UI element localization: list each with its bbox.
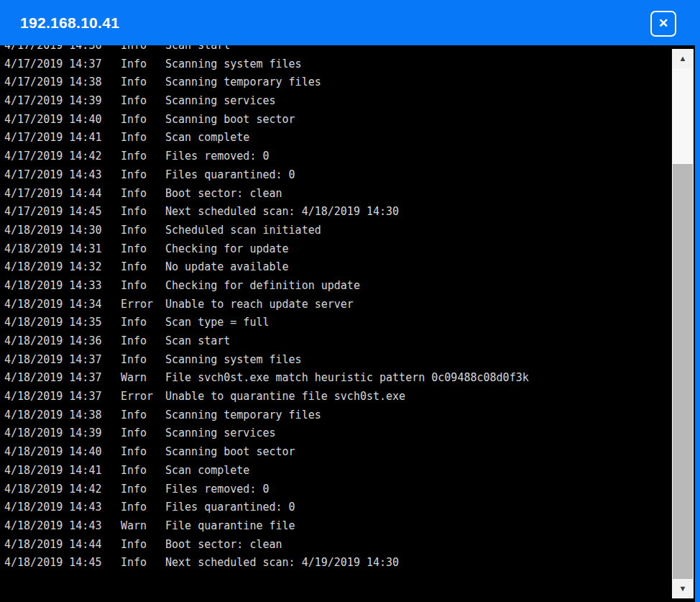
log-date: 4/18/2019 14:43: [4, 498, 121, 517]
log-date: 4/18/2019 14:44: [4, 536, 121, 555]
log-row: 4/18/2019 14:34 Error Unable to reach up…: [4, 296, 695, 314]
log-row: 4/18/2019 14:32 Info No update available: [4, 258, 695, 277]
log-date: 4/18/2019 14:42: [4, 480, 121, 499]
log-message: Scanning system files: [165, 55, 695, 74]
close-icon: ✕: [658, 17, 668, 29]
log-date: 4/18/2019 14:37: [4, 388, 121, 406]
log-row: 4/18/2019 14:39 Info Scanning services: [4, 424, 695, 443]
log-message: Scan complete: [165, 462, 695, 480]
log-level: Error: [121, 296, 165, 314]
log-row: 4/18/2019 14:35 Info Scan type = full: [4, 314, 695, 332]
log-row: 4/18/2019 14:37 Error Unable to quaranti…: [4, 388, 695, 406]
log-date: 4/17/2019 14:40: [4, 111, 121, 129]
log-date: 4/18/2019 14:32: [4, 258, 121, 277]
log-list: 4/17/2019 14:36 Info Scan start 4/17/201…: [0, 45, 695, 573]
log-level: Info: [121, 480, 165, 499]
window-title: 192.168.10.41: [20, 14, 119, 32]
log-date: 4/17/2019 14:44: [4, 185, 121, 204]
log-row: 4/18/2019 14:38 Info Scanning temporary …: [4, 406, 695, 425]
log-date: 4/18/2019 14:34: [4, 296, 121, 314]
log-message: Scan complete: [165, 129, 695, 147]
log-level: Info: [121, 185, 165, 204]
log-date: 4/18/2019 14:33: [4, 277, 121, 296]
up-arrow-icon: ▲: [679, 55, 687, 63]
log-row: 4/17/2019 14:36 Info Scan start: [4, 45, 695, 55]
log-row: 4/17/2019 14:39 Info Scanning services: [4, 92, 695, 111]
close-button[interactable]: ✕: [650, 11, 676, 37]
log-message: Scanning services: [165, 424, 695, 443]
log-date: 4/18/2019 14:45: [4, 554, 121, 573]
log-level: Info: [121, 73, 165, 92]
log-message: Scan start: [165, 45, 695, 55]
log-row: 4/18/2019 14:43 Warn File quarantine fil…: [4, 517, 695, 536]
log-date: 4/18/2019 14:30: [4, 222, 121, 240]
log-row: 4/18/2019 14:43 Info Files quarantined: …: [4, 498, 695, 517]
log-row: 4/17/2019 14:42 Info Files removed: 0: [4, 147, 695, 166]
log-row: 4/18/2019 14:41 Info Scan complete: [4, 462, 695, 480]
log-level: Info: [121, 351, 165, 370]
log-message: Unable to reach update server: [165, 296, 695, 314]
log-row: 4/18/2019 14:45 Info Next scheduled scan…: [4, 554, 695, 573]
log-row: 4/17/2019 14:37 Info Scanning system fil…: [4, 55, 695, 74]
log-console[interactable]: 4/17/2019 14:36 Info Scan start 4/17/201…: [0, 45, 695, 602]
down-arrow-icon: ▼: [679, 585, 687, 593]
log-message: File svch0st.exe match heuristic pattern…: [165, 369, 695, 388]
log-message: Boot sector: clean: [165, 536, 695, 555]
log-row: 4/18/2019 14:33 Info Checking for defini…: [4, 277, 695, 296]
log-level: Warn: [121, 517, 165, 536]
log-date: 4/17/2019 14:41: [4, 129, 121, 147]
log-level: Warn: [121, 369, 165, 388]
log-message: Files removed: 0: [165, 147, 695, 166]
log-level: Info: [121, 406, 165, 425]
log-date: 4/18/2019 14:38: [4, 406, 121, 425]
log-message: Scheduled scan initiated: [165, 222, 695, 240]
log-date: 4/18/2019 14:31: [4, 240, 121, 259]
log-message: Scanning temporary files: [165, 73, 695, 92]
log-date: 4/17/2019 14:43: [4, 166, 121, 185]
log-level: Info: [121, 332, 165, 351]
log-message: No update available: [165, 258, 695, 277]
log-level: Info: [121, 443, 165, 462]
log-date: 4/18/2019 14:41: [4, 462, 121, 480]
log-level: Info: [121, 314, 165, 332]
log-row: 4/18/2019 14:44 Info Boot sector: clean: [4, 536, 695, 555]
log-level: Info: [121, 498, 165, 517]
scroll-down-button[interactable]: ▼: [672, 579, 694, 598]
log-level: Info: [121, 240, 165, 259]
log-level: Info: [121, 554, 165, 573]
scroll-thumb[interactable]: [673, 164, 693, 579]
log-message: Scanning boot sector: [165, 443, 695, 462]
log-row: 4/17/2019 14:38 Info Scanning temporary …: [4, 73, 695, 92]
log-message: Scanning boot sector: [165, 111, 695, 129]
log-row: 4/18/2019 14:30 Info Scheduled scan init…: [4, 222, 695, 240]
log-date: 4/18/2019 14:37: [4, 369, 121, 388]
scrollbar[interactable]: ▲ ▼: [672, 49, 694, 598]
log-row: 4/18/2019 14:37 Info Scanning system fil…: [4, 351, 695, 370]
log-message: Scanning system files: [165, 351, 695, 370]
log-level: Info: [121, 536, 165, 555]
log-row: 4/17/2019 14:40 Info Scanning boot secto…: [4, 111, 695, 129]
log-date: 4/17/2019 14:45: [4, 203, 121, 222]
log-level: Info: [121, 258, 165, 277]
log-message: Scan type = full: [165, 314, 695, 332]
scroll-track[interactable]: [672, 68, 694, 579]
log-level: Info: [121, 222, 165, 240]
log-message: Scan start: [165, 332, 695, 351]
log-level: Info: [121, 203, 165, 222]
log-message: Checking for definition update: [165, 277, 695, 296]
log-date: 4/18/2019 14:37: [4, 351, 121, 370]
log-level: Info: [121, 277, 165, 296]
log-row: 4/18/2019 14:42 Info Files removed: 0: [4, 480, 695, 499]
log-date: 4/18/2019 14:43: [4, 517, 121, 536]
scroll-up-button[interactable]: ▲: [672, 49, 694, 68]
log-level: Error: [121, 388, 165, 406]
log-date: 4/18/2019 14:39: [4, 424, 121, 443]
log-message: Files quarantined: 0: [165, 166, 695, 185]
log-message: File quarantine file: [165, 517, 695, 536]
log-date: 4/18/2019 14:36: [4, 332, 121, 351]
log-row: 4/18/2019 14:40 Info Scanning boot secto…: [4, 443, 695, 462]
log-message: Next scheduled scan: 4/19/2019 14:30: [165, 554, 695, 573]
log-row: 4/18/2019 14:31 Info Checking for update: [4, 240, 695, 259]
log-date: 4/17/2019 14:38: [4, 73, 121, 92]
log-message: Next scheduled scan: 4/18/2019 14:30: [165, 203, 695, 222]
